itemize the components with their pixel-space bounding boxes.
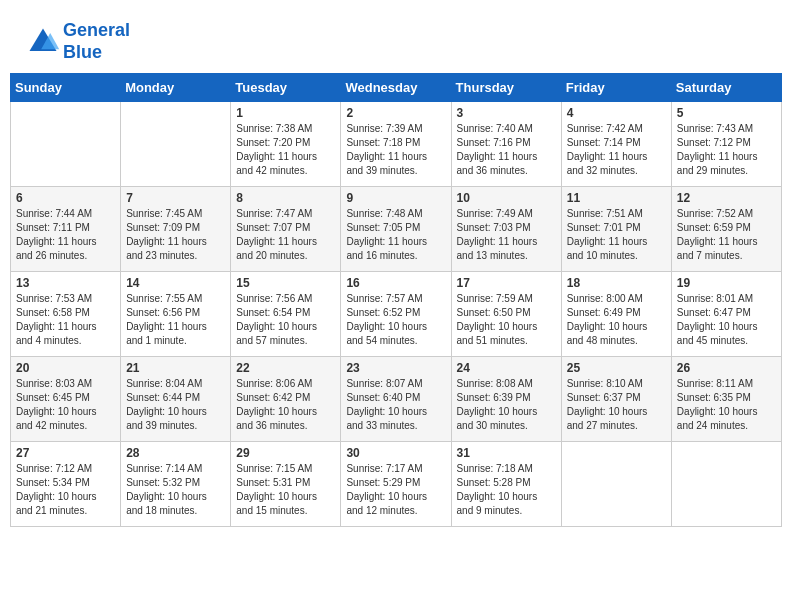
day-number: 15 <box>236 276 335 290</box>
cell-content: Sunrise: 7:18 AM Sunset: 5:28 PM Dayligh… <box>457 462 556 518</box>
cell-content: Sunrise: 8:04 AM Sunset: 6:44 PM Dayligh… <box>126 377 225 433</box>
cell-content: Sunrise: 7:47 AM Sunset: 7:07 PM Dayligh… <box>236 207 335 263</box>
day-number: 21 <box>126 361 225 375</box>
cell-content: Sunrise: 8:01 AM Sunset: 6:47 PM Dayligh… <box>677 292 776 348</box>
calendar-week-row: 6Sunrise: 7:44 AM Sunset: 7:11 PM Daylig… <box>11 187 782 272</box>
cell-content: Sunrise: 7:39 AM Sunset: 7:18 PM Dayligh… <box>346 122 445 178</box>
cell-content: Sunrise: 7:59 AM Sunset: 6:50 PM Dayligh… <box>457 292 556 348</box>
calendar-cell: 25Sunrise: 8:10 AM Sunset: 6:37 PM Dayli… <box>561 357 671 442</box>
cell-content: Sunrise: 8:11 AM Sunset: 6:35 PM Dayligh… <box>677 377 776 433</box>
cell-content: Sunrise: 7:43 AM Sunset: 7:12 PM Dayligh… <box>677 122 776 178</box>
day-number: 27 <box>16 446 115 460</box>
cell-content: Sunrise: 8:08 AM Sunset: 6:39 PM Dayligh… <box>457 377 556 433</box>
cell-content: Sunrise: 7:49 AM Sunset: 7:03 PM Dayligh… <box>457 207 556 263</box>
day-number: 12 <box>677 191 776 205</box>
calendar-cell: 17Sunrise: 7:59 AM Sunset: 6:50 PM Dayli… <box>451 272 561 357</box>
calendar-cell: 2Sunrise: 7:39 AM Sunset: 7:18 PM Daylig… <box>341 102 451 187</box>
day-number: 8 <box>236 191 335 205</box>
day-number: 4 <box>567 106 666 120</box>
cell-content: Sunrise: 8:03 AM Sunset: 6:45 PM Dayligh… <box>16 377 115 433</box>
calendar-cell: 24Sunrise: 8:08 AM Sunset: 6:39 PM Dayli… <box>451 357 561 442</box>
logo-icon <box>25 24 61 60</box>
day-number: 22 <box>236 361 335 375</box>
calendar-cell: 13Sunrise: 7:53 AM Sunset: 6:58 PM Dayli… <box>11 272 121 357</box>
calendar-cell: 10Sunrise: 7:49 AM Sunset: 7:03 PM Dayli… <box>451 187 561 272</box>
day-number: 7 <box>126 191 225 205</box>
day-number: 25 <box>567 361 666 375</box>
cell-content: Sunrise: 8:06 AM Sunset: 6:42 PM Dayligh… <box>236 377 335 433</box>
weekday-header: Sunday <box>11 74 121 102</box>
cell-content: Sunrise: 7:12 AM Sunset: 5:34 PM Dayligh… <box>16 462 115 518</box>
calendar-cell: 9Sunrise: 7:48 AM Sunset: 7:05 PM Daylig… <box>341 187 451 272</box>
calendar-cell: 5Sunrise: 7:43 AM Sunset: 7:12 PM Daylig… <box>671 102 781 187</box>
calendar-cell: 8Sunrise: 7:47 AM Sunset: 7:07 PM Daylig… <box>231 187 341 272</box>
day-number: 5 <box>677 106 776 120</box>
calendar-cell: 29Sunrise: 7:15 AM Sunset: 5:31 PM Dayli… <box>231 442 341 527</box>
calendar-table: SundayMondayTuesdayWednesdayThursdayFrid… <box>10 73 782 527</box>
calendar-cell <box>671 442 781 527</box>
day-number: 17 <box>457 276 556 290</box>
day-number: 14 <box>126 276 225 290</box>
calendar-cell: 6Sunrise: 7:44 AM Sunset: 7:11 PM Daylig… <box>11 187 121 272</box>
day-number: 2 <box>346 106 445 120</box>
day-number: 6 <box>16 191 115 205</box>
cell-content: Sunrise: 7:56 AM Sunset: 6:54 PM Dayligh… <box>236 292 335 348</box>
day-number: 3 <box>457 106 556 120</box>
cell-content: Sunrise: 7:40 AM Sunset: 7:16 PM Dayligh… <box>457 122 556 178</box>
calendar-cell <box>561 442 671 527</box>
calendar-cell <box>121 102 231 187</box>
calendar-cell: 30Sunrise: 7:17 AM Sunset: 5:29 PM Dayli… <box>341 442 451 527</box>
weekday-header: Thursday <box>451 74 561 102</box>
weekday-header: Wednesday <box>341 74 451 102</box>
cell-content: Sunrise: 7:14 AM Sunset: 5:32 PM Dayligh… <box>126 462 225 518</box>
day-number: 29 <box>236 446 335 460</box>
weekday-header: Saturday <box>671 74 781 102</box>
calendar-cell: 15Sunrise: 7:56 AM Sunset: 6:54 PM Dayli… <box>231 272 341 357</box>
calendar-week-row: 1Sunrise: 7:38 AM Sunset: 7:20 PM Daylig… <box>11 102 782 187</box>
cell-content: Sunrise: 8:10 AM Sunset: 6:37 PM Dayligh… <box>567 377 666 433</box>
cell-content: Sunrise: 7:44 AM Sunset: 7:11 PM Dayligh… <box>16 207 115 263</box>
calendar-cell: 11Sunrise: 7:51 AM Sunset: 7:01 PM Dayli… <box>561 187 671 272</box>
calendar-cell <box>11 102 121 187</box>
calendar-cell: 7Sunrise: 7:45 AM Sunset: 7:09 PM Daylig… <box>121 187 231 272</box>
weekday-header-row: SundayMondayTuesdayWednesdayThursdayFrid… <box>11 74 782 102</box>
weekday-header: Friday <box>561 74 671 102</box>
cell-content: Sunrise: 7:48 AM Sunset: 7:05 PM Dayligh… <box>346 207 445 263</box>
cell-content: Sunrise: 7:38 AM Sunset: 7:20 PM Dayligh… <box>236 122 335 178</box>
day-number: 28 <box>126 446 225 460</box>
calendar-cell: 14Sunrise: 7:55 AM Sunset: 6:56 PM Dayli… <box>121 272 231 357</box>
calendar-cell: 4Sunrise: 7:42 AM Sunset: 7:14 PM Daylig… <box>561 102 671 187</box>
cell-content: Sunrise: 7:57 AM Sunset: 6:52 PM Dayligh… <box>346 292 445 348</box>
cell-content: Sunrise: 7:17 AM Sunset: 5:29 PM Dayligh… <box>346 462 445 518</box>
calendar-cell: 26Sunrise: 8:11 AM Sunset: 6:35 PM Dayli… <box>671 357 781 442</box>
day-number: 31 <box>457 446 556 460</box>
calendar-week-row: 13Sunrise: 7:53 AM Sunset: 6:58 PM Dayli… <box>11 272 782 357</box>
day-number: 19 <box>677 276 776 290</box>
calendar-cell: 19Sunrise: 8:01 AM Sunset: 6:47 PM Dayli… <box>671 272 781 357</box>
calendar-cell: 3Sunrise: 7:40 AM Sunset: 7:16 PM Daylig… <box>451 102 561 187</box>
logo: General Blue <box>25 20 130 63</box>
calendar-week-row: 20Sunrise: 8:03 AM Sunset: 6:45 PM Dayli… <box>11 357 782 442</box>
day-number: 24 <box>457 361 556 375</box>
cell-content: Sunrise: 7:53 AM Sunset: 6:58 PM Dayligh… <box>16 292 115 348</box>
day-number: 1 <box>236 106 335 120</box>
cell-content: Sunrise: 7:15 AM Sunset: 5:31 PM Dayligh… <box>236 462 335 518</box>
day-number: 30 <box>346 446 445 460</box>
cell-content: Sunrise: 7:52 AM Sunset: 6:59 PM Dayligh… <box>677 207 776 263</box>
calendar-cell: 18Sunrise: 8:00 AM Sunset: 6:49 PM Dayli… <box>561 272 671 357</box>
calendar-cell: 21Sunrise: 8:04 AM Sunset: 6:44 PM Dayli… <box>121 357 231 442</box>
day-number: 9 <box>346 191 445 205</box>
logo-text: General Blue <box>63 20 130 63</box>
page-header: General Blue <box>10 10 782 68</box>
day-number: 11 <box>567 191 666 205</box>
day-number: 10 <box>457 191 556 205</box>
day-number: 16 <box>346 276 445 290</box>
weekday-header: Tuesday <box>231 74 341 102</box>
day-number: 20 <box>16 361 115 375</box>
calendar-cell: 20Sunrise: 8:03 AM Sunset: 6:45 PM Dayli… <box>11 357 121 442</box>
cell-content: Sunrise: 7:45 AM Sunset: 7:09 PM Dayligh… <box>126 207 225 263</box>
cell-content: Sunrise: 7:55 AM Sunset: 6:56 PM Dayligh… <box>126 292 225 348</box>
calendar-cell: 22Sunrise: 8:06 AM Sunset: 6:42 PM Dayli… <box>231 357 341 442</box>
calendar-cell: 23Sunrise: 8:07 AM Sunset: 6:40 PM Dayli… <box>341 357 451 442</box>
day-number: 26 <box>677 361 776 375</box>
